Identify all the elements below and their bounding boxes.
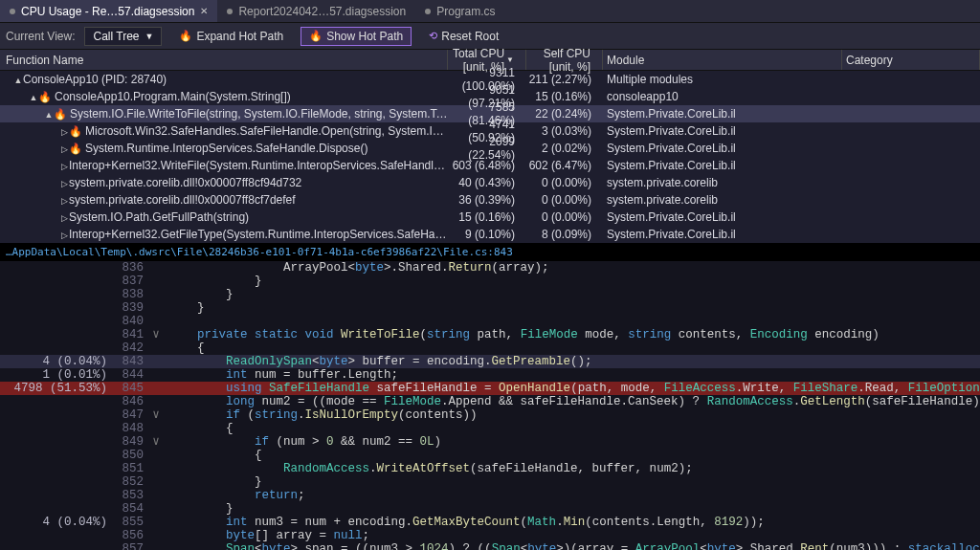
calltree-function-name: ▲ConsoleApp10 (PID: 28740) (0, 73, 448, 86)
line-number-gutter: 848 (115, 422, 149, 435)
source-code-viewer[interactable]: 836 ArrayPool<byte>.Shared.Return(array)… (0, 261, 980, 550)
document-tab[interactable]: Report2024042…57.diagsession (217, 0, 415, 22)
fold-toggle-icon (149, 475, 163, 489)
code-text: { (163, 449, 980, 462)
col-category[interactable]: Category (842, 50, 980, 70)
code-line[interactable]: 840 (0, 315, 980, 328)
code-line[interactable]: 852 } (0, 475, 980, 489)
fold-toggle-icon (149, 275, 163, 288)
document-tabstrip: CPU Usage - Re…57.diagsession✕Report2024… (0, 0, 980, 23)
self-cpu-cell: 211 (2.27%) (526, 73, 603, 86)
calltree-row[interactable]: ▷Interop+Kernel32.WriteFile(System.Runti… (0, 157, 980, 174)
code-line[interactable]: 838 } (0, 288, 980, 301)
code-line[interactable]: 837 } (0, 275, 980, 288)
expand-hot-path-button[interactable]: 🔥 Expand Hot Path (171, 27, 291, 46)
cpu-metric-gutter (0, 489, 115, 502)
code-line[interactable]: 836 ArrayPool<byte>.Shared.Return(array)… (0, 261, 980, 275)
tab-dot-icon (10, 9, 15, 14)
calltree-row[interactable]: ▷System.IO.Path.GetFullPath(string)15 (0… (0, 209, 980, 226)
reset-root-label: Reset Root (441, 30, 499, 43)
document-tab[interactable]: Program.cs (415, 0, 504, 22)
current-view-dropdown[interactable]: Call Tree ▼ (84, 27, 162, 46)
expand-toggle-icon[interactable]: ▲ (13, 76, 23, 85)
line-number-gutter: 854 (115, 502, 149, 516)
line-number-gutter: 842 (115, 341, 149, 355)
code-line[interactable]: 847∨ if (string.IsNullOrEmpty(contents)) (0, 408, 980, 422)
expand-toggle-icon[interactable]: ▷ (59, 144, 69, 154)
document-tab[interactable]: CPU Usage - Re…57.diagsession✕ (0, 0, 217, 22)
code-line[interactable]: 848 { (0, 422, 980, 435)
expand-toggle-icon[interactable]: ▲ (29, 93, 38, 102)
line-number-gutter: 845 (115, 382, 149, 395)
calltree-row[interactable]: ▷system.private.corelib.dll!0x00007ff8cf… (0, 174, 980, 191)
calltree-row[interactable]: ▷system.private.corelib.dll!0x00007ff8cf… (0, 191, 980, 209)
total-cpu-cell: 603 (6.48%) (448, 159, 526, 172)
code-line[interactable]: 4 (0.04%)843 ReadOnlySpan<byte> buffer =… (0, 355, 980, 368)
line-number-gutter: 853 (115, 489, 149, 502)
tab-label: Report2024042…57.diagsession (238, 5, 406, 18)
show-hot-path-button[interactable]: 🔥 Show Hot Path (301, 27, 412, 46)
code-line[interactable]: 842 { (0, 341, 980, 355)
code-line[interactable]: 857 Span<byte> span = ((num3 > 1024) ? (… (0, 542, 980, 550)
fold-toggle-icon[interactable]: ∨ (149, 328, 163, 341)
code-text: RandomAccess.WriteAtOffset(safeFileHandl… (163, 462, 980, 475)
col-module[interactable]: Module (603, 50, 842, 70)
expand-toggle-icon[interactable]: ▷ (59, 213, 69, 223)
line-number-gutter: 852 (115, 475, 149, 489)
cpu-metric-gutter (0, 288, 115, 301)
self-cpu-cell: 0 (0.00%) (526, 210, 603, 224)
fold-toggle-icon (149, 449, 163, 462)
fold-toggle-icon (149, 395, 163, 408)
fold-toggle-icon (149, 529, 163, 542)
self-cpu-cell: 0 (0.00%) (526, 193, 603, 207)
fold-toggle-icon (149, 368, 163, 382)
reset-root-button[interactable]: ⟲ Reset Root (421, 27, 506, 46)
code-line[interactable]: 854 } (0, 502, 980, 516)
code-text: } (163, 275, 980, 288)
col-function-name[interactable]: Function Name (0, 50, 448, 70)
module-cell: System.Private.CoreLib.il (603, 159, 842, 172)
code-line[interactable]: 846 long num2 = ((mode == FileMode.Appen… (0, 395, 980, 408)
tab-label: CPU Usage - Re…57.diagsession (21, 5, 194, 18)
module-cell: System.Private.CoreLib.il (603, 142, 842, 155)
fold-toggle-icon[interactable]: ∨ (149, 408, 163, 422)
code-text: } (163, 502, 980, 516)
code-line[interactable]: 853 return; (0, 489, 980, 502)
code-line[interactable]: 4 (0.04%)855 int num3 = num + encoding.G… (0, 516, 980, 529)
expand-toggle-icon[interactable]: ▷ (59, 231, 69, 240)
code-line[interactable]: 850 { (0, 449, 980, 462)
total-cpu-cell: 40 (0.43%) (448, 176, 526, 189)
module-cell: System.Private.CoreLib.il (603, 228, 842, 241)
code-line[interactable]: 1 (0.01%)844 int num = buffer.Length; (0, 368, 980, 382)
calltree-function-name: ▲🔥System.IO.File.WriteToFile(string, Sys… (0, 107, 448, 121)
code-line[interactable]: 856 byte[] array = null; (0, 529, 980, 542)
self-cpu-cell: 3 (0.03%) (526, 124, 603, 138)
code-line[interactable]: 839 } (0, 301, 980, 315)
expand-toggle-icon[interactable]: ▷ (59, 196, 69, 206)
calltree-row[interactable]: ▷🔥System.Runtime.InteropServices.SafeHan… (0, 140, 980, 157)
code-line[interactable]: 4798 (51.53%)845 using SafeFileHandle sa… (0, 382, 980, 395)
reset-root-icon: ⟲ (429, 30, 437, 42)
self-cpu-cell: 602 (6.47%) (526, 159, 603, 172)
line-number-gutter: 844 (115, 368, 149, 382)
expand-toggle-icon[interactable]: ▲ (44, 110, 54, 120)
calltree-row[interactable]: ▷Interop+Kernel32.GetFileType(System.Run… (0, 226, 980, 243)
module-cell: System.Private.CoreLib.il (603, 210, 842, 224)
fold-toggle-icon[interactable]: ∨ (149, 435, 163, 449)
line-number-gutter: 843 (115, 355, 149, 368)
code-line[interactable]: 841∨ private static void WriteToFile(str… (0, 328, 980, 341)
chevron-down-icon: ▼ (145, 32, 154, 41)
expand-toggle-icon[interactable]: ▷ (59, 127, 69, 137)
expand-toggle-icon[interactable]: ▷ (59, 179, 69, 188)
col-self-cpu[interactable]: Self CPU [unit, %] (526, 50, 603, 70)
fold-toggle-icon (149, 502, 163, 516)
code-text: int num3 = num + encoding.GetMaxByteCoun… (163, 516, 980, 529)
code-text: { (163, 341, 980, 355)
code-line[interactable]: 849∨ if (num > 0 && num2 == 0L) (0, 435, 980, 449)
code-text: } (163, 475, 980, 489)
cpu-metric-gutter (0, 408, 115, 422)
close-icon[interactable]: ✕ (200, 6, 208, 16)
expand-toggle-icon[interactable]: ▷ (59, 162, 69, 171)
code-line[interactable]: 851 RandomAccess.WriteAtOffset(safeFileH… (0, 462, 980, 475)
tab-label: Program.cs (436, 5, 495, 18)
